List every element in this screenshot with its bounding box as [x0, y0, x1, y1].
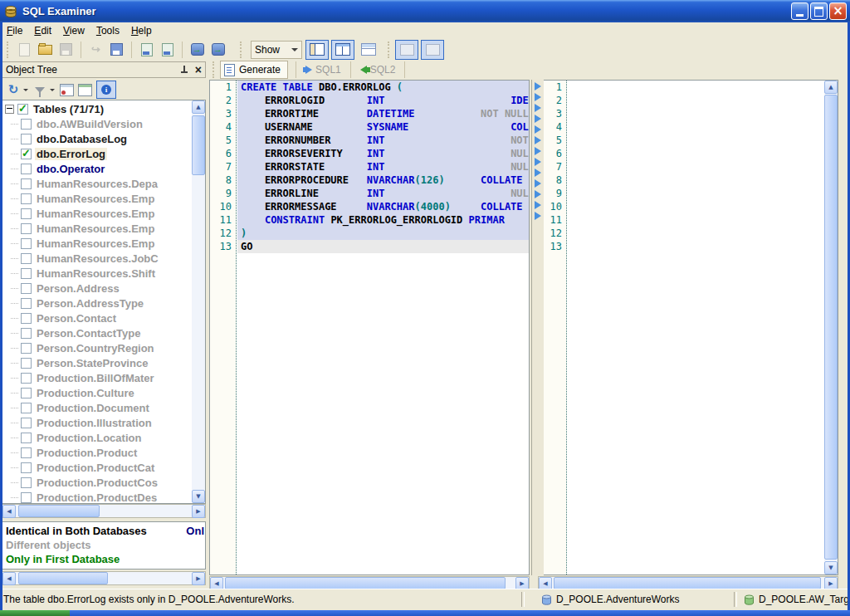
tree-item-checkbox[interactable]: [21, 208, 32, 219]
tree-item-row[interactable]: Production.ProductCos: [2, 475, 192, 490]
execute-first-button[interactable]: →: [187, 40, 208, 60]
scroll-up-icon[interactable]: ▲: [192, 100, 205, 114]
diff-marker-icon[interactable]: [535, 169, 541, 177]
pin-icon[interactable]: [179, 66, 188, 75]
diff-marker-icon[interactable]: [535, 179, 541, 188]
tree-item-row[interactable]: Production.ProductDes: [2, 490, 192, 504]
tree-item-row[interactable]: Production.Culture: [2, 385, 192, 400]
grid-second-button[interactable]: [76, 81, 93, 98]
diff-marker-icon[interactable]: [535, 201, 541, 209]
tree-item-checkbox[interactable]: [21, 193, 32, 204]
tree-item-row[interactable]: Production.Illustration: [2, 415, 192, 430]
menu-item-tools[interactable]: Tools: [96, 24, 126, 37]
scroll-thumb[interactable]: [18, 505, 100, 517]
tree-item-checkbox[interactable]: [21, 388, 32, 398]
tree-item-row[interactable]: HumanResources.Emp: [2, 191, 192, 206]
diff-marker-icon[interactable]: [535, 190, 541, 198]
tree-item-checkbox[interactable]: [21, 373, 32, 384]
collapse-icon[interactable]: [5, 105, 14, 114]
view-horizontal-split-button[interactable]: [357, 40, 380, 60]
save-button[interactable]: [56, 40, 76, 60]
view-vertical-split-button[interactable]: [331, 40, 354, 60]
scroll-up-icon[interactable]: ▲: [824, 81, 838, 94]
tree-item-checkbox[interactable]: [21, 268, 32, 279]
scroll-down-icon[interactable]: ▼: [824, 561, 838, 574]
tree-item-checkbox[interactable]: [21, 238, 32, 249]
generate-button[interactable]: Generate: [220, 61, 288, 79]
sql2-button[interactable]: SQL2: [355, 61, 401, 78]
scroll-right-icon[interactable]: ▶: [192, 572, 205, 585]
tree-item-checkbox[interactable]: [21, 492, 32, 503]
tree-root-row[interactable]: Tables (71/71): [2, 101, 192, 116]
legend-horizontal-scrollbar[interactable]: ◀ ▶: [2, 571, 206, 585]
tree-item-row[interactable]: HumanResources.Emp: [2, 221, 192, 236]
tree-item-row[interactable]: HumanResources.Emp: [2, 236, 192, 251]
tree-item-row[interactable]: Production.ProductCat: [2, 460, 192, 475]
refresh-dropdown-icon[interactable]: [23, 89, 28, 91]
scroll-thumb[interactable]: [824, 95, 838, 560]
tree-item-checkbox[interactable]: [21, 134, 32, 144]
diff-marker-icon[interactable]: [535, 93, 541, 101]
script-second-button[interactable]: [157, 40, 178, 60]
tree-item-checkbox[interactable]: [21, 178, 32, 189]
tree-item-checkbox[interactable]: [21, 223, 32, 234]
tree-item-row[interactable]: Production.Document: [2, 400, 192, 415]
tree-item-checkbox[interactable]: [21, 477, 32, 488]
diff-marker-icon[interactable]: [535, 147, 541, 155]
tree-item-row[interactable]: dbo.AWBuildVersion: [2, 116, 192, 131]
tree-item-checkbox[interactable]: [21, 447, 32, 458]
sql-code-first[interactable]: CREATE TABLE DBO.ERRORLOG ( ERRORLOGID I…: [237, 81, 529, 574]
tree-item-checkbox[interactable]: [21, 358, 32, 369]
refresh-button[interactable]: ↻: [5, 81, 22, 98]
tree-item-checkbox[interactable]: [21, 462, 32, 473]
tree-item-row[interactable]: dbo.ErrorLog: [2, 146, 192, 161]
tree-item-checkbox[interactable]: [21, 298, 32, 309]
tree-item-row[interactable]: dbo.Operator: [2, 161, 192, 176]
tree-item-row[interactable]: Production.Location: [2, 430, 192, 445]
filter-dropdown-icon[interactable]: [50, 89, 55, 91]
tree-item-checkbox[interactable]: [21, 149, 32, 159]
execute-second-button[interactable]: →: [208, 40, 228, 60]
script-first-button[interactable]: [136, 40, 157, 60]
sql-code-second[interactable]: [568, 81, 824, 574]
filter-button[interactable]: [32, 81, 48, 98]
diff-marker-icon[interactable]: [535, 212, 541, 220]
tree-item-checkbox[interactable]: [21, 433, 32, 443]
tree-item-checkbox[interactable]: [21, 418, 32, 428]
tree-item-row[interactable]: Person.Address: [2, 281, 192, 296]
tree-item-row[interactable]: dbo.DatabaseLog: [2, 131, 192, 146]
tree-item-row[interactable]: Person.ContactType: [2, 325, 192, 340]
tree-horizontal-scrollbar[interactable]: ◀ ▶: [2, 504, 206, 518]
close-button[interactable]: ×: [829, 2, 847, 20]
compare-option-button[interactable]: [395, 40, 418, 60]
menu-item-help[interactable]: Help: [131, 24, 159, 37]
scroll-down-icon[interactable]: ▼: [192, 490, 205, 503]
tree-item-row[interactable]: Person.Contact: [2, 310, 192, 325]
restore-button[interactable]: [810, 2, 828, 20]
tree-item-row[interactable]: HumanResources.Emp: [2, 206, 192, 221]
grid-first-button[interactable]: [58, 81, 75, 98]
tree-item-checkbox[interactable]: [21, 119, 32, 130]
tree-item-checkbox[interactable]: [21, 328, 32, 339]
pane2-vertical-scrollbar[interactable]: ▲ ▼: [824, 81, 838, 574]
validate-option-button[interactable]: [421, 40, 444, 60]
panel-close-icon[interactable]: ×: [195, 65, 202, 75]
tree-item-checkbox[interactable]: [21, 253, 32, 264]
import-button[interactable]: ↪: [85, 40, 106, 60]
tree-item-row[interactable]: HumanResources.JobC: [2, 251, 192, 266]
minimize-button[interactable]: [791, 2, 808, 20]
tree-item-row[interactable]: Person.CountryRegion: [2, 340, 192, 355]
tree-item-row[interactable]: Production.BillOfMater: [2, 370, 192, 385]
new-button[interactable]: [14, 40, 35, 60]
diff-marker-icon[interactable]: [535, 125, 541, 134]
menu-item-edit[interactable]: Edit: [34, 24, 58, 37]
tree-item-row[interactable]: Person.StateProvince: [2, 355, 192, 370]
scroll-thumb[interactable]: [225, 577, 506, 589]
tree-item-row[interactable]: Production.Product: [2, 445, 192, 460]
diff-marker-icon[interactable]: [535, 82, 541, 90]
tree-item-row[interactable]: Person.AddressType: [2, 296, 192, 310]
tree-item-checkbox[interactable]: [21, 403, 32, 413]
tree-item-row[interactable]: HumanResources.Depa: [2, 176, 192, 191]
diff-marker-icon[interactable]: [535, 104, 541, 112]
save-results-button[interactable]: [106, 40, 127, 60]
